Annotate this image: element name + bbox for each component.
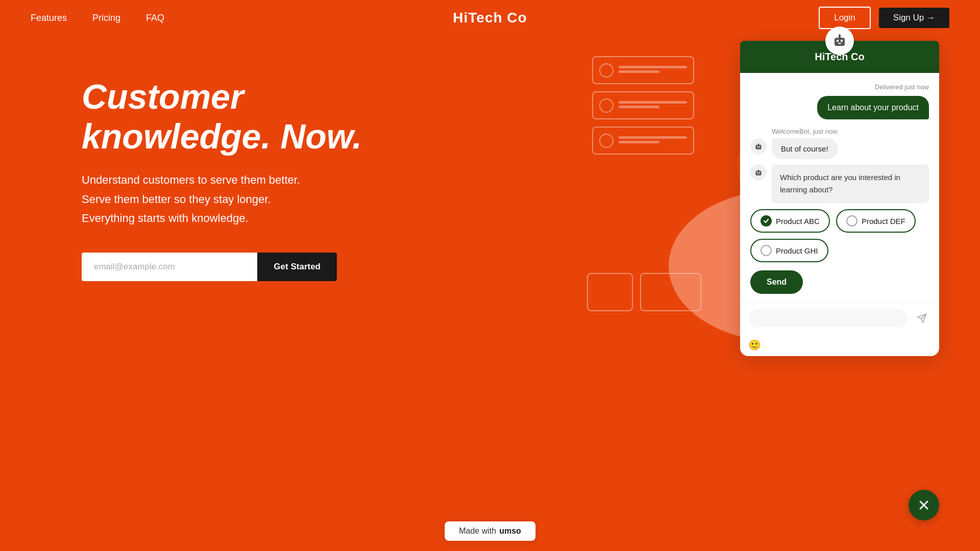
bot-icon-2 <box>750 164 767 181</box>
bot-question-row: Which product are you interested in lear… <box>750 164 929 203</box>
svg-rect-23 <box>757 172 758 173</box>
nav-actions: Login Sign Up → <box>819 7 949 29</box>
email-input[interactable] <box>82 253 257 281</box>
bot-question-bubble: Which product are you interested in lear… <box>772 164 929 203</box>
svg-rect-14 <box>838 43 841 44</box>
nav-pricing[interactable]: Pricing <box>92 13 120 23</box>
option-product-abc[interactable]: Product ABC <box>750 209 830 233</box>
ill-card-2 <box>592 91 694 119</box>
bot-icon <box>750 138 767 155</box>
empty-circle-ghi <box>761 245 772 256</box>
chat-widget: HiTech Co Delivered just now Learn about… <box>740 41 939 356</box>
svg-rect-22 <box>755 171 761 176</box>
svg-rect-24 <box>759 172 760 173</box>
option-product-ghi[interactable]: Product GHI <box>750 239 828 262</box>
send-button[interactable]: Send <box>750 270 803 294</box>
option-product-def[interactable]: Product DEF <box>836 209 916 233</box>
svg-rect-20 <box>757 147 759 148</box>
signup-button[interactable]: Sign Up → <box>879 8 949 28</box>
made-with-label: Made with <box>459 527 496 536</box>
empty-circle-def <box>846 215 857 227</box>
ill-cards <box>592 56 694 162</box>
delivered-label: Delivered just now <box>750 83 929 91</box>
bot-sender: WelcomeBot, just now <box>772 128 929 135</box>
get-started-button[interactable]: Get Started <box>257 253 337 281</box>
hero-heading: Customer knowledge. Now. <box>82 77 439 156</box>
check-icon <box>761 215 772 227</box>
footer-bar: Made with umso <box>445 521 535 541</box>
product-options: Product ABC Product DEF Product GHI <box>750 209 929 262</box>
nav-links: Features Pricing FAQ <box>31 13 164 23</box>
site-logo: HiTech Co <box>453 10 527 26</box>
ill-card-1 <box>592 56 694 84</box>
options-row-2: Product GHI <box>750 239 929 262</box>
chat-footer: 🙂 <box>740 334 939 356</box>
svg-rect-18 <box>757 146 758 147</box>
brand-label: umso <box>499 527 521 536</box>
nav-features[interactable]: Features <box>31 13 67 23</box>
svg-rect-21 <box>758 143 759 145</box>
chat-input-area <box>740 302 939 334</box>
emoji-icon[interactable]: 🙂 <box>748 339 761 351</box>
chat-body: Delivered just now Learn about your prod… <box>740 73 939 302</box>
options-row-1: Product ABC Product DEF <box>750 209 929 233</box>
nav-faq[interactable]: FAQ <box>146 13 164 23</box>
svg-rect-13 <box>841 40 843 42</box>
bot-reply-bubble: But of course! <box>772 138 838 159</box>
bot-reply-row: But of course! <box>750 138 929 159</box>
hero-form: Get Started <box>82 253 337 281</box>
option-ghi-label: Product GHI <box>776 246 818 255</box>
svg-rect-26 <box>758 169 759 171</box>
chat-close-button[interactable] <box>909 490 939 520</box>
svg-rect-12 <box>837 40 839 42</box>
svg-rect-19 <box>759 146 760 147</box>
svg-rect-25 <box>757 173 759 174</box>
svg-rect-17 <box>755 145 761 149</box>
ill-card-circle <box>599 63 614 78</box>
chat-input[interactable] <box>748 309 908 328</box>
svg-point-16 <box>839 34 841 36</box>
option-abc-label: Product ABC <box>776 217 820 226</box>
option-def-label: Product DEF <box>862 217 905 226</box>
chat-send-icon-button[interactable] <box>913 309 931 328</box>
hero-subtext: Understand customers to serve them bette… <box>82 170 368 228</box>
svg-rect-11 <box>835 38 845 46</box>
ill-card-3 <box>592 127 694 155</box>
user-bubble: Learn about your product <box>817 96 929 119</box>
chat-bot-avatar <box>825 27 854 55</box>
